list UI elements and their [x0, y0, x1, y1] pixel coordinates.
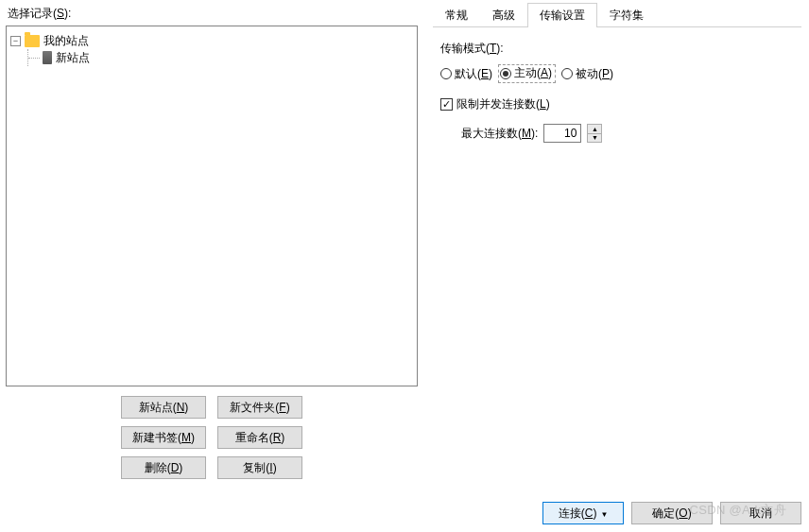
- site-icon: [43, 51, 52, 64]
- new-site-button[interactable]: 新站点(N): [121, 396, 206, 419]
- tab-charset[interactable]: 字符集: [597, 3, 656, 27]
- radio-passive-label: 被动(P): [576, 66, 613, 82]
- tree-root-node[interactable]: − 我的站点: [10, 32, 413, 49]
- new-folder-button[interactable]: 新文件夹(F): [217, 396, 302, 419]
- radio-default-label: 默认(E): [455, 66, 492, 82]
- tab-advanced[interactable]: 高级: [480, 3, 527, 27]
- expand-collapse-icon[interactable]: −: [10, 36, 21, 46]
- folder-icon: [25, 35, 40, 47]
- spinner-down-icon[interactable]: ▼: [588, 134, 601, 143]
- max-connections-label: 最大连接数(M):: [461, 126, 538, 142]
- tree-connector-icon: [27, 49, 41, 66]
- new-bookmark-button[interactable]: 新建书签(M): [121, 426, 206, 449]
- radio-active-label: 主动(A): [514, 65, 552, 81]
- tree-root-label: 我的站点: [43, 32, 89, 49]
- tab-general[interactable]: 常规: [433, 3, 480, 27]
- transfer-mode-label: 传输模式(T):: [440, 41, 794, 57]
- max-connections-input[interactable]: [543, 124, 581, 143]
- site-tree[interactable]: − 我的站点 新站点: [6, 26, 418, 386]
- rename-button[interactable]: 重命名(R): [217, 426, 302, 449]
- limit-connections-label: 限制并发连接数(L): [456, 96, 550, 112]
- limit-connections-checkbox[interactable]: 限制并发连接数(L): [440, 96, 794, 112]
- delete-button[interactable]: 删除(D): [121, 456, 206, 479]
- cancel-button[interactable]: 取消: [720, 502, 801, 524]
- tab-bar: 常规 高级 传输设置 字符集: [433, 2, 801, 27]
- radio-active[interactable]: 主动(A): [498, 64, 556, 83]
- connect-button[interactable]: 连接(C)▼: [542, 502, 624, 524]
- radio-icon: [500, 68, 511, 79]
- transfer-tab-content: 传输模式(T): 默认(E) 主动(A) 被动(P) 限制并发连接数(L): [433, 27, 801, 156]
- max-connections-spinner: ▲ ▼: [587, 124, 602, 143]
- spinner-up-icon[interactable]: ▲: [588, 125, 601, 134]
- tree-child-label: 新站点: [56, 49, 90, 66]
- radio-passive[interactable]: 被动(P): [561, 66, 613, 82]
- radio-default[interactable]: 默认(E): [440, 66, 492, 82]
- radio-icon: [440, 68, 452, 79]
- tab-transfer[interactable]: 传输设置: [527, 3, 597, 27]
- ok-button[interactable]: 确定(O): [631, 502, 713, 524]
- select-record-label: 选择记录(S):: [6, 6, 418, 22]
- checkbox-icon: [440, 98, 453, 111]
- tree-child-node[interactable]: 新站点: [10, 49, 413, 66]
- copy-button[interactable]: 复制(I): [217, 456, 302, 479]
- radio-icon: [561, 68, 573, 79]
- connect-label: 连接(C): [559, 506, 597, 520]
- chevron-down-icon: ▼: [600, 510, 608, 519]
